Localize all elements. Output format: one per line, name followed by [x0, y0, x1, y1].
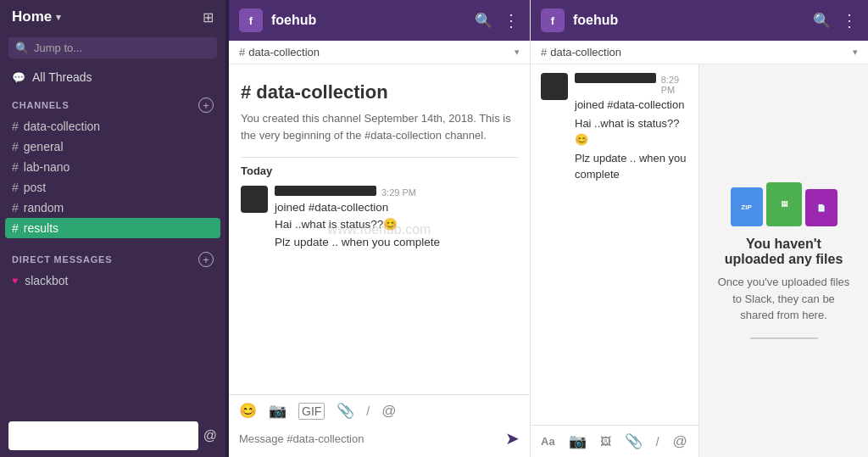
camera-icon[interactable]: 📷: [269, 402, 287, 420]
right-panel: f foehub 🔍 ⋮ # data-collection ▾: [531, 0, 868, 457]
files-divider: [750, 337, 818, 339]
right-attachment-icon[interactable]: 📎: [625, 432, 643, 450]
all-threads-icon: 💬: [12, 71, 25, 84]
add-channel-button[interactable]: +: [198, 98, 214, 113]
all-threads-label: All Threads: [32, 70, 92, 84]
files-panel: ZIP 🖼 📄 You haven't uploaded any files O…: [699, 64, 868, 457]
channels-section-header: CHANNELS +: [0, 89, 225, 116]
home-caret: ▾: [56, 12, 61, 23]
right-camera-icon[interactable]: 📷: [569, 432, 587, 450]
chat-workspace-name: foehub: [271, 13, 466, 28]
right-search-icon[interactable]: 🔍: [813, 12, 831, 30]
channel-name: results: [24, 221, 58, 235]
right-messages-col: 8:29 PM joined #data-collection Hai ..wh…: [531, 64, 699, 457]
chat-header-icons: 🔍 ⋮: [475, 10, 520, 31]
right-panel-inner: f foehub 🔍 ⋮ # data-collection ▾: [531, 0, 868, 457]
hash-icon: #: [12, 201, 19, 215]
channel-hash-icon: #: [239, 46, 245, 59]
all-threads-item[interactable]: 💬 All Threads: [0, 65, 225, 89]
channel-bar: # data-collection ▾: [229, 41, 530, 64]
sidebar: Home ▾ ⊞ 🔍 💬 All Threads CHANNELS + # da…: [0, 0, 225, 457]
right-channel-name: data-collection: [550, 46, 849, 59]
channel-bar-name: data-collection: [248, 46, 511, 59]
at-icon: @: [203, 428, 217, 443]
search-icon[interactable]: 🔍: [475, 12, 492, 30]
channel-caret-icon: ▾: [515, 47, 520, 58]
right-at-icon[interactable]: @: [673, 433, 687, 450]
file-card-green: 🖼: [766, 182, 802, 226]
message-meta: 3:29 PM: [275, 186, 440, 198]
main-chat-panel: f foehub 🔍 ⋮ # data-collection ▾ # data-…: [229, 0, 531, 457]
image-icon[interactable]: GIF: [298, 403, 325, 420]
sidebar-header: Home ▾ ⊞: [0, 0, 225, 34]
chat-input-row: ➤: [229, 423, 530, 457]
sidebar-message-input[interactable]: [8, 421, 198, 450]
day-divider: Today: [241, 157, 518, 177]
chat-message-1: 3:29 PM joined #data-collection Hai ..wh…: [241, 186, 518, 251]
message-avatar: [241, 186, 268, 213]
add-dm-button[interactable]: +: [198, 252, 214, 267]
channel-description: You created this channel September 14th,…: [241, 110, 518, 143]
hash-icon: #: [12, 160, 19, 174]
right-aa-icon[interactable]: Aa: [541, 435, 555, 448]
right-slash-icon[interactable]: /: [656, 435, 659, 449]
right-image-icon[interactable]: 🖼: [600, 435, 611, 448]
right-workspace-avatar: f: [541, 8, 565, 32]
message-content: 3:29 PM joined #data-collection Hai ..wh…: [275, 186, 440, 251]
right-msg-text-2: Plz update .. when you complete: [575, 150, 691, 183]
channel-results[interactable]: # results: [5, 218, 220, 238]
right-msg-time: 8:29 PM: [661, 75, 692, 95]
sidebar-title[interactable]: Home ▾: [12, 8, 61, 25]
home-label: Home: [12, 8, 52, 25]
files-empty-state: ZIP 🖼 📄 You haven't uploaded any files O…: [699, 64, 868, 457]
more-icon[interactable]: ⋮: [503, 10, 520, 31]
channels-label: CHANNELS: [12, 100, 70, 110]
files-empty-desc: Once you've uploaded files to Slack, the…: [716, 274, 851, 324]
message-text-2: Plz update .. when you complete: [275, 234, 440, 251]
hash-icon: #: [12, 140, 19, 153]
right-name-block: [575, 73, 656, 83]
right-more-icon[interactable]: ⋮: [841, 10, 858, 31]
slash-command-icon[interactable]: /: [366, 404, 370, 418]
chat-body: # data-collection You created this chann…: [229, 64, 530, 394]
attachment-icon[interactable]: 📎: [337, 402, 354, 420]
search-input[interactable]: [34, 42, 210, 54]
channel-random[interactable]: # random: [0, 198, 225, 218]
dm-name: slackbot: [25, 274, 68, 287]
message-text-1: Hai ..what is status??😊: [275, 216, 440, 233]
chat-toolbar: 😊 📷 GIF 📎 / @: [229, 394, 530, 423]
dm-label: DIRECT MESSAGES: [12, 254, 112, 265]
channel-lab-nano[interactable]: # lab-nano: [0, 157, 225, 177]
dm-section-header: DIRECT MESSAGES +: [0, 243, 225, 270]
grid-icon[interactable]: ⊞: [203, 9, 214, 25]
right-msg-meta: 8:29 PM: [575, 73, 691, 95]
right-channel-hash: #: [541, 46, 547, 59]
right-msg-avatar: [541, 73, 568, 100]
right-header: f foehub 🔍 ⋮: [531, 0, 868, 41]
emoji-icon[interactable]: 😊: [239, 402, 257, 420]
hash-icon: #: [12, 120, 19, 133]
files-illustration: ZIP 🖼 📄: [731, 182, 837, 226]
right-channel-caret: ▾: [853, 47, 858, 58]
send-button[interactable]: ➤: [505, 428, 520, 449]
file-card-blue: ZIP: [731, 187, 763, 226]
right-toolbar: Aa 📷 🖼 📎 / @: [531, 425, 698, 457]
search-icon: 🔍: [15, 42, 29, 54]
channel-general[interactable]: # general: [0, 137, 225, 157]
channel-name: random: [24, 201, 64, 215]
search-box[interactable]: 🔍: [8, 37, 217, 59]
channel-name: general: [24, 140, 64, 153]
channel-post[interactable]: # post: [0, 177, 225, 198]
message-input[interactable]: [239, 432, 498, 445]
message-time: 3:29 PM: [381, 187, 416, 198]
file-label-purple: 📄: [817, 204, 826, 212]
channel-data-collection[interactable]: # data-collection: [0, 116, 225, 137]
hash-icon: #: [12, 221, 19, 235]
message-name-block: [275, 186, 376, 196]
at-mention-icon[interactable]: @: [381, 403, 396, 420]
right-header-icons: 🔍 ⋮: [813, 10, 858, 31]
file-label-green: 🖼: [781, 201, 787, 209]
workspace-avatar: f: [239, 8, 263, 32]
file-stack: ZIP 🖼 📄: [731, 182, 837, 226]
dm-slackbot[interactable]: ♥ slackbot: [0, 270, 225, 291]
